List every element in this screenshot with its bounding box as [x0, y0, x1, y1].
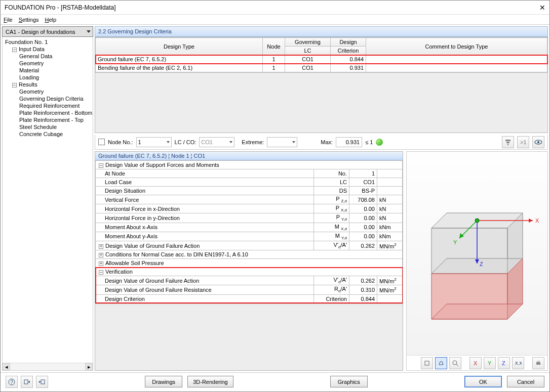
detail-row: Horizontal Force in y-DirectionP Y,d0.00… — [96, 213, 403, 223]
detail-row: Design Value of Ground Failure ActionV'd… — [96, 276, 403, 285]
tree-root[interactable]: Foundation No. 1 — [4, 38, 91, 46]
svg-point-22 — [453, 361, 457, 365]
tree-input-data[interactable]: −Input Data — [4, 46, 91, 53]
chevron-down-icon — [87, 30, 91, 33]
close-icon[interactable]: ✕ — [539, 4, 545, 12]
menu-settings[interactable]: Settings — [19, 17, 39, 23]
status-ok-icon — [376, 139, 383, 146]
view-iso-icon[interactable] — [421, 357, 433, 369]
svg-line-23 — [456, 364, 458, 366]
tree-item[interactable]: Geometry — [4, 88, 91, 95]
svg-rect-0 — [505, 140, 510, 141]
filter-bar: Node No.: 1 LC / CO: CO1 Extreme: Max: 0… — [95, 135, 548, 150]
menu-file[interactable]: File — [4, 17, 13, 23]
detail-row: Design CriterionCriterion0.844 — [96, 294, 403, 303]
3d-viewport[interactable]: X Y Z — [407, 152, 547, 355]
view-z-icon[interactable]: Z — [498, 357, 510, 369]
col-design: Design — [331, 38, 366, 47]
svg-marker-35 — [39, 381, 41, 383]
criteria-grid[interactable]: Design Type Node Governing Design Commen… — [95, 37, 548, 133]
tree-item[interactable]: Steel Schedule — [4, 123, 91, 130]
extreme-select[interactable] — [267, 137, 297, 147]
window-title: FOUNDATION Pro - [RSTAB-Modelldata] — [5, 4, 116, 11]
node-filter-checkbox[interactable] — [98, 139, 105, 145]
zoom-icon[interactable] — [449, 357, 461, 369]
dimensions-icon[interactable]: x.xx — [512, 357, 524, 369]
scroll-left-icon[interactable]: ◂ — [3, 363, 10, 370]
section-header: 2.2 Governing Design Criteria — [95, 26, 548, 37]
sidebar-hscroll[interactable]: ◂ ▸ — [3, 363, 93, 370]
cancel-button[interactable]: Cancel — [507, 376, 544, 387]
detail-row: Design Value of Ground Failure Resistanc… — [96, 285, 403, 294]
svg-text:Y: Y — [488, 360, 492, 366]
drawings-button[interactable]: Drawings — [145, 376, 182, 387]
detail-row: At NodeNo.1 — [96, 169, 403, 178]
svg-marker-33 — [28, 381, 30, 383]
group-row[interactable]: +Conditions for Normal Case acc. to DIN … — [96, 250, 403, 259]
detail-row: Horizontal Force in x-DirectionP X,d0.00… — [96, 204, 403, 213]
col-node: Node — [263, 38, 285, 55]
view-y-icon[interactable]: Y — [484, 357, 496, 369]
col-governing: Governing — [285, 38, 331, 47]
svg-text:?: ? — [10, 379, 13, 385]
filter-icon[interactable] — [502, 136, 514, 148]
col-design-type: Design Type — [96, 38, 263, 55]
group-row[interactable]: +Design Value of Ground Failure ActionV'… — [96, 241, 403, 250]
lcco-select[interactable]: CO1 — [199, 137, 234, 147]
tree-item[interactable]: General Data — [4, 53, 91, 60]
detail-header: Ground failure (EC 7, 6.5.2) ¦ Node 1 ¦ … — [95, 152, 403, 160]
help-icon[interactable]: ? — [6, 376, 18, 388]
ok-button[interactable]: OK — [464, 376, 502, 387]
chevron-down-icon — [292, 141, 295, 143]
view-persp-icon[interactable] — [435, 357, 447, 369]
col-lc: LC — [285, 47, 331, 55]
node-label: Node No.: — [108, 139, 133, 145]
group-row[interactable]: −Verification — [96, 268, 403, 276]
nav-tree[interactable]: Foundation No. 1 −Input Data General Dat… — [3, 37, 93, 363]
tree-item[interactable]: Plate Reinforcement - Top — [4, 116, 91, 123]
lcco-label: LC / CO: — [175, 139, 197, 145]
export-left-icon[interactable] — [21, 376, 33, 388]
svg-rect-28 — [536, 362, 540, 365]
tree-results[interactable]: −Results — [4, 81, 91, 88]
goto-icon[interactable]: >1 — [517, 136, 529, 148]
scroll-right-icon[interactable]: ▸ — [85, 363, 93, 370]
menu-help[interactable]: Help — [45, 17, 57, 23]
table-row[interactable]: Bending failure of the plate (EC 2, 6.1)… — [96, 64, 547, 72]
svg-point-19 — [475, 219, 479, 223]
tree-item[interactable]: Concrete Cubage — [4, 130, 91, 138]
3d-rendering-button[interactable]: 3D-Rendering — [187, 376, 233, 387]
group-row[interactable]: −Design Value of Support Forces and Mome… — [96, 161, 403, 169]
axis-z-label: Z — [480, 261, 483, 267]
extreme-label: Extreme: — [242, 139, 264, 145]
svg-rect-29 — [537, 361, 540, 362]
table-row[interactable]: Ground failure (EC 7, 6.5.2) 1 CO1 0.844 — [96, 55, 547, 64]
group-row[interactable]: +Allowable Soil Pressure — [96, 259, 403, 268]
tree-item[interactable]: Geometry — [4, 60, 91, 67]
detail-row: Moment About y-AxisM Y,d0.00kNm — [96, 232, 403, 241]
max-label: Max: — [321, 139, 333, 145]
tree-item[interactable]: Plate Reinforcement - Bottom — [4, 109, 91, 116]
max-value: 0.931 — [336, 137, 362, 147]
view-x-icon[interactable]: X — [469, 357, 482, 369]
tree-item[interactable]: Material — [4, 67, 91, 74]
detail-row: Vertical ForceP Z,d708.08kN — [96, 195, 403, 204]
axis-x-label: X — [535, 217, 539, 224]
case-selector[interactable]: CA1 - Design of foundations — [2, 26, 93, 37]
print-icon[interactable] — [532, 357, 544, 369]
tree-item[interactable]: Loading — [4, 74, 91, 81]
col-comment: Comment to Design Type — [366, 38, 547, 55]
svg-text:x.xx: x.xx — [515, 360, 522, 366]
export-right-icon[interactable] — [36, 376, 48, 388]
axis-y-label: Y — [453, 239, 457, 245]
chevron-down-icon — [229, 141, 232, 143]
svg-text:X: X — [474, 360, 478, 366]
node-select[interactable]: 1 — [136, 137, 172, 147]
eye-icon[interactable] — [532, 136, 544, 148]
detail-row: Design SituationDSBS-P — [96, 187, 403, 195]
chevron-down-icon — [167, 141, 170, 143]
graphics-button[interactable]: Graphics — [330, 376, 368, 387]
max-compare: ≤ 1 — [365, 139, 373, 145]
tree-item[interactable]: Required Reinforcement — [4, 102, 91, 109]
tree-item[interactable]: Governing Design Criteria — [4, 95, 91, 102]
